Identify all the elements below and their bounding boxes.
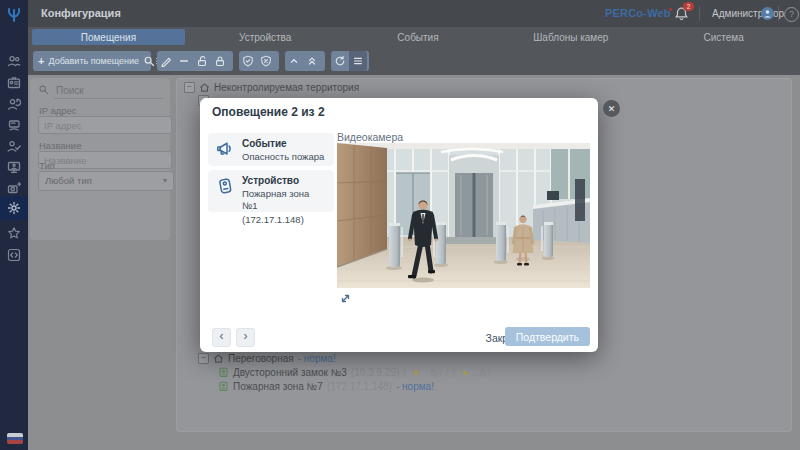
toolbar: + Добавить помещение bbox=[28, 47, 800, 75]
brand-logo: PERCo-Web bbox=[605, 0, 671, 27]
monitoring-icon[interactable] bbox=[0, 156, 28, 178]
collapse-toggle[interactable]: − bbox=[198, 353, 209, 364]
help-button[interactable]: ? bbox=[784, 7, 799, 22]
tree-row-room[interactable]: − Переговорная - норма! bbox=[198, 353, 336, 364]
tab-devices[interactable]: Устройства bbox=[189, 27, 342, 47]
tab-system[interactable]: Система bbox=[647, 27, 800, 47]
lock-icon[interactable] bbox=[211, 51, 229, 71]
ip-label: IP адрес bbox=[39, 105, 77, 116]
event-value: Опасность пожара bbox=[242, 151, 324, 163]
name-label: Название bbox=[39, 140, 81, 151]
sidebar bbox=[0, 0, 28, 450]
staff-icon[interactable] bbox=[0, 50, 28, 72]
widgets-icon[interactable] bbox=[0, 244, 28, 266]
add-room-button[interactable]: Добавить помещение bbox=[44, 56, 143, 66]
confirm-button[interactable]: Подтвердить bbox=[505, 327, 590, 346]
ip-field[interactable] bbox=[38, 116, 172, 134]
device-icon bbox=[219, 381, 229, 392]
event-card: Событие Опасность пожара bbox=[208, 133, 334, 166]
camera-label: Видеокамера bbox=[337, 131, 403, 143]
home-icon bbox=[199, 82, 210, 93]
unlock-icon[interactable] bbox=[193, 51, 211, 71]
remove-icon[interactable] bbox=[175, 51, 193, 71]
tree-row-label: Двусторонний замок №3 bbox=[233, 367, 347, 378]
tab-bar: Помещения Устройства События Шаблоны кам… bbox=[28, 27, 800, 47]
page-title: Конфигурация bbox=[41, 0, 121, 27]
lock-icon bbox=[430, 368, 438, 377]
device-ip: (10.3.9.29) bbox=[351, 367, 399, 378]
tree-row-lock-device[interactable]: Двусторонний замок №3 (10.3.9.29) (, ) /… bbox=[219, 367, 491, 378]
expand-icon[interactable] bbox=[340, 293, 351, 304]
toolbar-group-guard bbox=[239, 51, 279, 71]
status-text: - норма! bbox=[396, 381, 434, 392]
search-input[interactable] bbox=[54, 82, 163, 99]
header-divider bbox=[778, 6, 779, 21]
event-label: Событие bbox=[242, 138, 324, 149]
tab-camera-templates[interactable]: Шаблоны камер bbox=[494, 27, 647, 47]
device-status-group: (, ) bbox=[403, 367, 441, 378]
status-text: - норма! bbox=[298, 353, 336, 364]
lock-icon bbox=[479, 368, 487, 377]
shield-check-icon[interactable] bbox=[239, 51, 257, 71]
tree-row-label: Пожарная зона №7 bbox=[233, 381, 323, 392]
chevron-up-icon[interactable] bbox=[285, 51, 303, 71]
pass-card-icon[interactable] bbox=[0, 114, 28, 136]
collapse-toggle[interactable]: − bbox=[184, 82, 195, 93]
shield-cross-icon[interactable] bbox=[257, 51, 275, 71]
type-label: Тип bbox=[39, 160, 55, 171]
avatar[interactable] bbox=[761, 7, 774, 20]
collapse-all-icon[interactable] bbox=[303, 51, 321, 71]
tree-row-label: Неконтролируемая территория bbox=[214, 82, 359, 93]
gear-icon[interactable] bbox=[0, 196, 28, 220]
type-select[interactable]: Любой тип ▾ bbox=[38, 171, 174, 191]
tree-row-root[interactable]: − Неконтролируемая территория bbox=[184, 82, 359, 93]
tree-row-fire-device[interactable]: Пожарная зона №7 (172.17.1.148) - норма! bbox=[219, 381, 434, 392]
device-icon bbox=[215, 176, 235, 207]
id-card-icon[interactable] bbox=[0, 72, 28, 94]
chevron-down-icon: ▾ bbox=[163, 172, 167, 190]
header: Конфигурация PERCo-Web 2 Администратор ? bbox=[28, 0, 800, 27]
device-icon bbox=[219, 367, 229, 378]
perco-logo-icon bbox=[5, 6, 23, 24]
device-card: Устройство Пожарная зона №1 (172.17.1.14… bbox=[208, 170, 334, 212]
modal-title: Оповещение 2 из 2 bbox=[212, 105, 325, 119]
name-field[interactable] bbox=[38, 151, 172, 169]
brand-dot-icon bbox=[669, 8, 672, 11]
refresh-icon[interactable] bbox=[331, 51, 349, 71]
room-icon bbox=[213, 353, 224, 364]
device-value: Пожарная зона №1 bbox=[242, 188, 327, 212]
tab-rooms[interactable]: Помещения bbox=[32, 29, 185, 45]
notification-modal: Оповещение 2 из 2 Событие Опасность пожа… bbox=[200, 98, 598, 352]
status-separator: / bbox=[446, 367, 449, 378]
prev-button[interactable]: ‹ bbox=[212, 328, 231, 347]
filter-panel: IP адрес Название Тип Любой тип ▾ bbox=[30, 78, 170, 240]
device-ip: (172.17.1.148) bbox=[327, 381, 392, 392]
search-icon bbox=[38, 84, 49, 95]
toolbar-group-view bbox=[331, 51, 369, 71]
visitor-icon[interactable] bbox=[0, 93, 28, 115]
person-check-icon[interactable] bbox=[0, 135, 28, 157]
megaphone-icon bbox=[215, 139, 235, 161]
tab-events[interactable]: События bbox=[342, 27, 495, 47]
next-button[interactable]: › bbox=[236, 328, 255, 347]
edit-icon[interactable] bbox=[157, 51, 175, 71]
toolbar-group-collapse bbox=[285, 51, 325, 71]
device-ip: (172.17.1.148) bbox=[242, 214, 327, 226]
language-flag-icon[interactable] bbox=[7, 433, 23, 444]
notification-badge: 2 bbox=[683, 2, 694, 11]
list-view-icon[interactable] bbox=[349, 51, 367, 71]
star-icon[interactable] bbox=[0, 222, 28, 244]
search-icon[interactable] bbox=[143, 51, 155, 71]
type-select-value: Любой тип bbox=[45, 175, 92, 186]
camera-frame-image bbox=[337, 143, 590, 288]
device-status-group: (, ) bbox=[452, 367, 490, 378]
toolbar-group-edit bbox=[157, 51, 233, 71]
plus-icon: + bbox=[33, 55, 44, 67]
tree-row-label: Переговорная bbox=[228, 353, 294, 364]
close-icon[interactable]: ✕ bbox=[603, 100, 620, 117]
toolbar-group-add: + Добавить помещение bbox=[33, 51, 151, 71]
device-label: Устройство bbox=[242, 175, 327, 186]
header-divider bbox=[699, 6, 700, 21]
